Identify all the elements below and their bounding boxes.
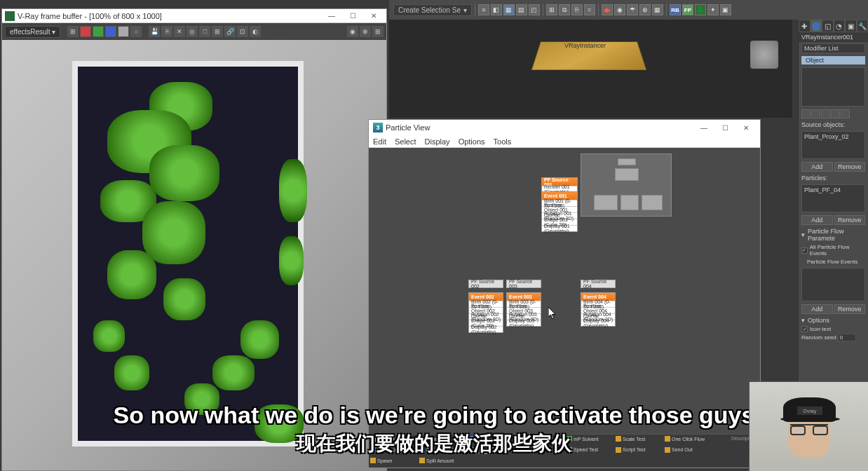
particles-list[interactable]: Plant_PF_04 <box>801 184 865 212</box>
add-source-button[interactable]: Add <box>801 162 833 172</box>
toolbar-icon[interactable]: ≡ <box>478 4 489 15</box>
motion-tab-icon[interactable]: ◔ <box>834 20 846 32</box>
toolbar-icon[interactable]: ⎘ <box>571 4 583 15</box>
pf-source-node[interactable]: PF Source 001 Render 001 (Geometry) <box>541 177 578 193</box>
pflow-events-list[interactable] <box>801 268 865 301</box>
vfb-titlebar[interactable]: V-Ray frame buffer - [100% of 800 x 1000… <box>2 9 386 23</box>
named-selection-dropdown[interactable]: Create Selection Se▾ <box>393 4 472 16</box>
event-node[interactable]: Event 003 Birth 003 (0-30 T:200) Positio… <box>506 292 541 327</box>
viewcube[interactable] <box>750 41 778 69</box>
all-pflow-events-checkbox[interactable]: ✓All Particle Flow Events <box>799 243 868 257</box>
vfb-title: V-Ray frame buffer - [100% of 800 x 1000… <box>18 12 322 20</box>
unique-icon[interactable] <box>821 109 830 118</box>
pf-source-node-lite[interactable]: PF Source 003 <box>506 280 541 288</box>
configure-icon[interactable] <box>841 109 850 118</box>
vfb-icon[interactable]: ◐ <box>250 26 261 37</box>
vfb-icon[interactable]: ⎘ <box>161 26 172 37</box>
random-seed-field[interactable]: Random seed 0 <box>801 334 865 341</box>
vfb-icon[interactable]: ⊡ <box>237 26 248 37</box>
modifier-stack[interactable] <box>801 67 865 107</box>
menu-tools[interactable]: Tools <box>494 137 512 146</box>
vfb-icon[interactable]: □ <box>199 26 210 37</box>
command-panel-tabs: ✚ 🌀 ◱ ◔ ▣ 🔧 <box>799 20 868 32</box>
clear-icon[interactable]: ✕ <box>174 26 185 37</box>
remove-event-button[interactable]: Remove <box>834 304 866 314</box>
toolbar-icon[interactable]: ⊕ <box>639 4 651 15</box>
operator-item[interactable]: Split Amount <box>418 456 467 465</box>
operator-item[interactable]: Spawn <box>369 456 418 465</box>
stack-object-entry[interactable]: Object <box>801 56 865 64</box>
toolbar-icon[interactable]: ✦ <box>707 4 719 15</box>
toolbar-icon[interactable]: ⧉ <box>559 4 570 15</box>
channel-blue-button[interactable] <box>105 26 116 37</box>
add-particle-button[interactable]: Add <box>801 215 833 225</box>
rb-plugin-icon[interactable]: RB <box>670 4 681 15</box>
render-setup-icon[interactable]: 🫖 <box>602 4 613 15</box>
toolbar-icon[interactable]: ☂ <box>627 4 638 15</box>
pflow-params-rollout[interactable]: ▾ Particle Flow Paramete <box>799 226 868 243</box>
menu-edit[interactable]: Edit <box>373 137 386 146</box>
toolbar-icon[interactable]: ⊞ <box>546 4 557 15</box>
stack-toolbar <box>799 108 868 120</box>
create-tab-icon[interactable]: ✚ <box>799 20 811 32</box>
vfb-icon[interactable]: ◎ <box>187 26 198 37</box>
channel-alpha-button[interactable] <box>118 26 129 37</box>
vfb-icon[interactable]: ⊞ <box>67 26 79 37</box>
toolbar-icon[interactable]: ◰ <box>529 4 540 15</box>
remove-particle-button[interactable]: Remove <box>834 215 866 225</box>
icon-text-checkbox[interactable]: ✓Icon text <box>799 325 868 333</box>
link-icon[interactable]: 🔗 <box>224 26 236 37</box>
minimize-button[interactable]: — <box>322 11 341 22</box>
remove-source-button[interactable]: Remove <box>834 162 866 172</box>
close-button[interactable]: ✕ <box>736 122 756 133</box>
utilities-tab-icon[interactable]: 🔧 <box>857 20 869 32</box>
source-objects-list[interactable]: Plant_Proxy_02 <box>801 131 865 159</box>
toolbar-icon[interactable]: ▤ <box>516 4 527 15</box>
save-icon[interactable]: 💾 <box>149 26 160 37</box>
close-button[interactable]: ✕ <box>364 11 384 22</box>
menu-display[interactable]: Display <box>425 137 450 146</box>
remove-mod-icon[interactable] <box>831 109 840 118</box>
vfb-icon[interactable]: ⊕ <box>360 26 371 37</box>
show-end-icon[interactable] <box>811 109 820 118</box>
toolbar-icon[interactable]: ◧ <box>491 4 502 15</box>
channel-red-button[interactable] <box>80 26 91 37</box>
channel-dropdown[interactable]: effectsResult ▾ <box>5 26 60 38</box>
object-name-field[interactable]: VRayInstancer001 <box>799 32 868 42</box>
add-event-button[interactable]: Add <box>801 304 833 314</box>
pin-stack-icon[interactable] <box>801 109 811 118</box>
event-node[interactable]: Event 001 Birth 001 (0-30 T:200) Positio… <box>541 191 578 232</box>
mono-button[interactable]: ○ <box>130 26 142 37</box>
random-seed-spinner[interactable]: 0 <box>838 334 856 341</box>
display-tab-icon[interactable]: ▣ <box>845 20 857 32</box>
pf-source-node-lite[interactable]: PF Source 004 <box>581 280 616 288</box>
subtitle-english: So now what we do is we're going to acti… <box>0 402 868 429</box>
options-rollout[interactable]: ▾ Options <box>799 315 868 325</box>
vfb-icon[interactable]: ⊞ <box>212 26 223 37</box>
event-node[interactable]: Event 004 Birth 004 (0-30 T:200) Positio… <box>581 292 616 327</box>
event-node[interactable]: Event 002 Birth 002 (0-30 T:200) Positio… <box>468 292 503 333</box>
vfb-icon[interactable]: ◉ <box>347 26 358 37</box>
maximize-button[interactable]: ☐ <box>715 122 735 133</box>
fp-plugin-icon[interactable]: FP <box>682 4 693 15</box>
maximize-button[interactable]: ☐ <box>343 11 362 22</box>
render-icon[interactable]: ◉ <box>614 4 625 15</box>
subtitle-chinese: 现在我们要做的是激活那些家伙 <box>0 430 868 457</box>
modify-tab-icon[interactable]: 🌀 <box>811 20 822 32</box>
depot-area[interactable] <box>581 153 672 217</box>
pview-titlebar[interactable]: 3 Particle View — ☐ ✕ <box>369 120 760 135</box>
toolbar-icon[interactable]: ▣ <box>720 4 731 15</box>
toolbar-icon[interactable]: ▦ <box>652 4 663 15</box>
pf-source-node-lite[interactable]: PF Source 002 <box>468 280 503 288</box>
hierarchy-tab-icon[interactable]: ◱ <box>822 20 834 32</box>
menu-select[interactable]: Select <box>395 137 416 146</box>
channel-green-button[interactable] <box>93 26 104 37</box>
minimize-button[interactable]: — <box>694 122 714 133</box>
toolbar-icon[interactable]: ⌗ <box>584 4 595 15</box>
vfb-icon[interactable]: ⊞ <box>372 26 384 37</box>
toolbar-icon[interactable]: ▦ <box>503 4 515 15</box>
modifier-list-dropdown[interactable]: Modifier List <box>801 43 865 53</box>
menu-options[interactable]: Options <box>459 137 485 146</box>
forest-icon[interactable]: 🌲 <box>695 4 706 15</box>
perspective-viewport[interactable]: VRayInstancer <box>389 20 792 118</box>
